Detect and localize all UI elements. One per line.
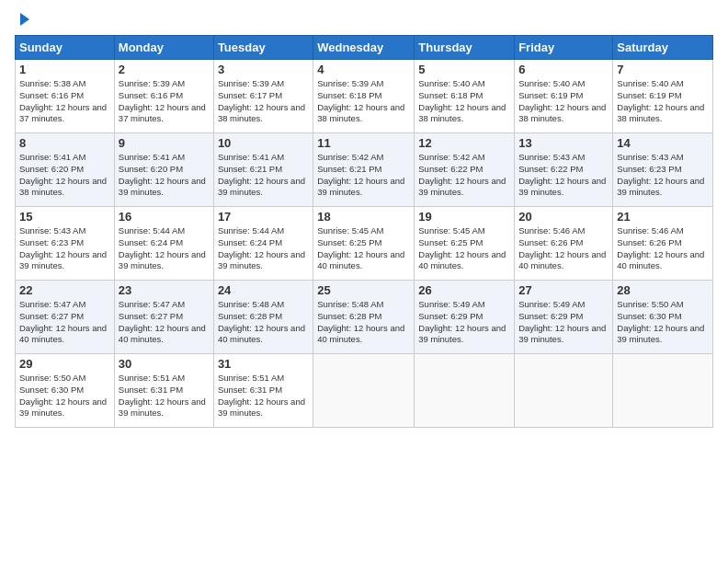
day-number: 28 — [617, 283, 709, 297]
calendar-cell — [515, 354, 613, 428]
calendar-cell: 30 Sunrise: 5:51 AM Sunset: 6:31 PM Dayl… — [114, 354, 213, 428]
day-number: 12 — [418, 136, 510, 150]
day-info: Sunrise: 5:50 AM Sunset: 6:30 PM Dayligh… — [19, 373, 110, 419]
calendar-row: 8 Sunrise: 5:41 AM Sunset: 6:20 PM Dayli… — [16, 133, 713, 207]
calendar-cell: 17 Sunrise: 5:44 AM Sunset: 6:24 PM Dayl… — [213, 207, 313, 281]
day-number: 15 — [19, 210, 110, 224]
calendar-cell: 23 Sunrise: 5:47 AM Sunset: 6:27 PM Dayl… — [114, 281, 213, 354]
day-info: Sunrise: 5:47 AM Sunset: 6:27 PM Dayligh… — [119, 299, 210, 346]
day-number: 23 — [119, 283, 210, 297]
day-info: Sunrise: 5:41 AM Sunset: 6:21 PM Dayligh… — [218, 152, 309, 199]
day-info: Sunrise: 5:39 AM Sunset: 6:18 PM Dayligh… — [317, 78, 410, 125]
logo-arrow-icon — [20, 13, 29, 26]
calendar-cell: 25 Sunrise: 5:48 AM Sunset: 6:28 PM Dayl… — [313, 281, 415, 354]
day-number: 1 — [19, 63, 110, 76]
day-number: 18 — [317, 210, 410, 224]
day-number: 31 — [218, 357, 309, 371]
day-number: 20 — [518, 210, 609, 224]
day-info: Sunrise: 5:43 AM Sunset: 6:22 PM Dayligh… — [518, 152, 609, 199]
day-number: 14 — [617, 136, 709, 150]
day-info: Sunrise: 5:39 AM Sunset: 6:17 PM Dayligh… — [218, 78, 309, 125]
calendar-cell: 18 Sunrise: 5:45 AM Sunset: 6:25 PM Dayl… — [313, 207, 415, 281]
col-thursday: Thursday — [415, 36, 515, 60]
calendar-cell: 6 Sunrise: 5:40 AM Sunset: 6:19 PM Dayli… — [515, 60, 613, 133]
page: Sunday Monday Tuesday Wednesday Thursday… — [0, 0, 728, 563]
calendar-cell: 16 Sunrise: 5:44 AM Sunset: 6:24 PM Dayl… — [114, 207, 213, 281]
calendar-table: Sunday Monday Tuesday Wednesday Thursday… — [15, 35, 713, 428]
day-number: 16 — [119, 210, 210, 224]
day-info: Sunrise: 5:39 AM Sunset: 6:16 PM Dayligh… — [119, 78, 210, 125]
day-info: Sunrise: 5:38 AM Sunset: 6:16 PM Dayligh… — [19, 78, 110, 125]
day-info: Sunrise: 5:44 AM Sunset: 6:24 PM Dayligh… — [218, 225, 309, 272]
calendar-cell: 20 Sunrise: 5:46 AM Sunset: 6:26 PM Dayl… — [515, 207, 613, 281]
calendar-header-row: Sunday Monday Tuesday Wednesday Thursday… — [16, 36, 713, 60]
logo — [15, 15, 29, 26]
col-friday: Friday — [515, 36, 613, 60]
day-info: Sunrise: 5:43 AM Sunset: 6:23 PM Dayligh… — [19, 225, 110, 272]
day-number: 27 — [518, 283, 609, 297]
calendar-cell: 1 Sunrise: 5:38 AM Sunset: 6:16 PM Dayli… — [16, 60, 115, 133]
day-info: Sunrise: 5:50 AM Sunset: 6:30 PM Dayligh… — [617, 299, 709, 346]
day-info: Sunrise: 5:51 AM Sunset: 6:31 PM Dayligh… — [218, 373, 309, 419]
day-info: Sunrise: 5:51 AM Sunset: 6:31 PM Dayligh… — [119, 373, 210, 419]
day-info: Sunrise: 5:42 AM Sunset: 6:21 PM Dayligh… — [317, 152, 410, 199]
day-number: 17 — [218, 210, 309, 224]
calendar-cell: 29 Sunrise: 5:50 AM Sunset: 6:30 PM Dayl… — [16, 354, 115, 428]
day-info: Sunrise: 5:49 AM Sunset: 6:29 PM Dayligh… — [418, 299, 510, 346]
calendar-row: 15 Sunrise: 5:43 AM Sunset: 6:23 PM Dayl… — [16, 207, 713, 281]
calendar-cell: 7 Sunrise: 5:40 AM Sunset: 6:19 PM Dayli… — [613, 60, 713, 133]
day-info: Sunrise: 5:46 AM Sunset: 6:26 PM Dayligh… — [518, 225, 609, 272]
day-number: 10 — [218, 136, 309, 150]
day-info: Sunrise: 5:41 AM Sunset: 6:20 PM Dayligh… — [19, 152, 110, 199]
day-info: Sunrise: 5:44 AM Sunset: 6:24 PM Dayligh… — [119, 225, 210, 272]
day-info: Sunrise: 5:46 AM Sunset: 6:26 PM Dayligh… — [617, 225, 709, 272]
day-info: Sunrise: 5:40 AM Sunset: 6:18 PM Dayligh… — [418, 78, 510, 125]
day-number: 26 — [418, 283, 510, 297]
day-info: Sunrise: 5:47 AM Sunset: 6:27 PM Dayligh… — [19, 299, 110, 346]
calendar-cell: 19 Sunrise: 5:45 AM Sunset: 6:25 PM Dayl… — [415, 207, 515, 281]
calendar-cell: 14 Sunrise: 5:43 AM Sunset: 6:23 PM Dayl… — [613, 133, 713, 207]
day-number: 25 — [317, 283, 410, 297]
col-saturday: Saturday — [613, 36, 713, 60]
calendar-cell: 2 Sunrise: 5:39 AM Sunset: 6:16 PM Dayli… — [114, 60, 213, 133]
day-number: 6 — [518, 63, 609, 76]
calendar-cell: 8 Sunrise: 5:41 AM Sunset: 6:20 PM Dayli… — [16, 133, 115, 207]
day-number: 13 — [518, 136, 609, 150]
day-info: Sunrise: 5:40 AM Sunset: 6:19 PM Dayligh… — [518, 78, 609, 125]
day-info: Sunrise: 5:48 AM Sunset: 6:28 PM Dayligh… — [218, 299, 309, 346]
day-info: Sunrise: 5:42 AM Sunset: 6:22 PM Dayligh… — [418, 152, 510, 199]
calendar-cell — [313, 354, 415, 428]
day-info: Sunrise: 5:43 AM Sunset: 6:23 PM Dayligh… — [617, 152, 709, 199]
calendar-cell: 5 Sunrise: 5:40 AM Sunset: 6:18 PM Dayli… — [415, 60, 515, 133]
day-info: Sunrise: 5:45 AM Sunset: 6:25 PM Dayligh… — [317, 225, 410, 272]
calendar-cell: 11 Sunrise: 5:42 AM Sunset: 6:21 PM Dayl… — [313, 133, 415, 207]
calendar-cell: 24 Sunrise: 5:48 AM Sunset: 6:28 PM Dayl… — [213, 281, 313, 354]
calendar-cell: 27 Sunrise: 5:49 AM Sunset: 6:29 PM Dayl… — [515, 281, 613, 354]
calendar-cell: 9 Sunrise: 5:41 AM Sunset: 6:20 PM Dayli… — [114, 133, 213, 207]
header — [15, 15, 713, 26]
col-tuesday: Tuesday — [213, 36, 313, 60]
calendar-cell: 26 Sunrise: 5:49 AM Sunset: 6:29 PM Dayl… — [415, 281, 515, 354]
day-info: Sunrise: 5:45 AM Sunset: 6:25 PM Dayligh… — [418, 225, 510, 272]
day-info: Sunrise: 5:49 AM Sunset: 6:29 PM Dayligh… — [518, 299, 609, 346]
day-number: 24 — [218, 283, 309, 297]
day-number: 3 — [218, 63, 309, 76]
calendar-cell: 4 Sunrise: 5:39 AM Sunset: 6:18 PM Dayli… — [313, 60, 415, 133]
calendar-cell: 10 Sunrise: 5:41 AM Sunset: 6:21 PM Dayl… — [213, 133, 313, 207]
day-info: Sunrise: 5:48 AM Sunset: 6:28 PM Dayligh… — [317, 299, 410, 346]
col-wednesday: Wednesday — [313, 36, 415, 60]
day-number: 7 — [617, 63, 709, 76]
calendar-cell — [613, 354, 713, 428]
day-number: 29 — [19, 357, 110, 371]
col-monday: Monday — [114, 36, 213, 60]
calendar-cell: 15 Sunrise: 5:43 AM Sunset: 6:23 PM Dayl… — [16, 207, 115, 281]
calendar-cell — [415, 354, 515, 428]
calendar-cell: 31 Sunrise: 5:51 AM Sunset: 6:31 PM Dayl… — [213, 354, 313, 428]
calendar-cell: 3 Sunrise: 5:39 AM Sunset: 6:17 PM Dayli… — [213, 60, 313, 133]
calendar-cell: 13 Sunrise: 5:43 AM Sunset: 6:22 PM Dayl… — [515, 133, 613, 207]
day-number: 8 — [19, 136, 110, 150]
calendar-cell: 28 Sunrise: 5:50 AM Sunset: 6:30 PM Dayl… — [613, 281, 713, 354]
calendar-cell: 22 Sunrise: 5:47 AM Sunset: 6:27 PM Dayl… — [16, 281, 115, 354]
calendar-row: 22 Sunrise: 5:47 AM Sunset: 6:27 PM Dayl… — [16, 281, 713, 354]
day-number: 30 — [119, 357, 210, 371]
